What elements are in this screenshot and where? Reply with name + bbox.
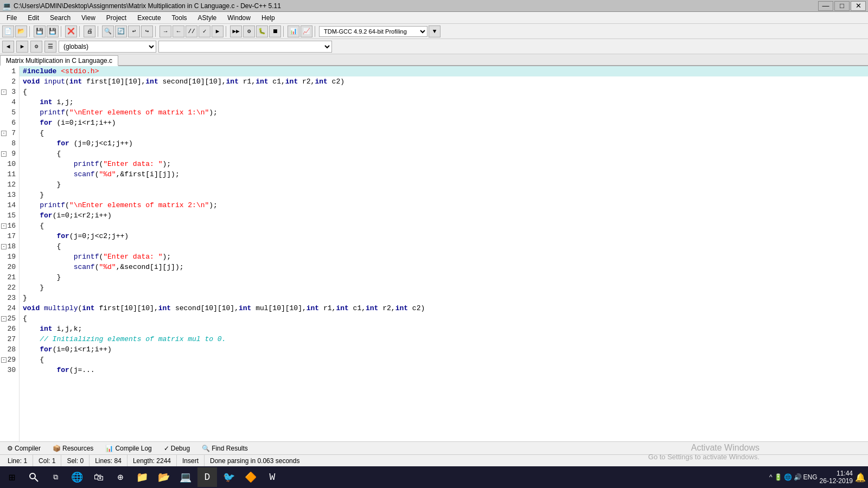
- run-compile-button[interactable]: ⚙: [243, 25, 255, 37]
- code-row-3[interactable]: {: [20, 87, 868, 97]
- stop-button[interactable]: ⏹: [269, 25, 281, 37]
- code-row-26[interactable]: int i,j,k;: [20, 324, 868, 334]
- redo-button[interactable]: ↪: [141, 25, 153, 37]
- code-row-21[interactable]: }: [20, 272, 868, 282]
- run-button[interactable]: ▶▶: [230, 25, 242, 37]
- code-row-18[interactable]: {: [20, 241, 868, 252]
- fold-icon-7[interactable]: -: [1, 131, 7, 136]
- forward-button[interactable]: ▶: [16, 41, 28, 53]
- explorer-icon[interactable]: 🌐: [67, 467, 87, 487]
- close-button[interactable]: ✕: [851, 1, 866, 11]
- code-row-16[interactable]: {: [20, 221, 868, 231]
- syntax-check-button[interactable]: ✓: [199, 25, 210, 37]
- save-button[interactable]: 💾: [34, 25, 46, 37]
- menu-item-execute[interactable]: Execute: [133, 13, 165, 23]
- vlc-icon[interactable]: 🔶: [241, 467, 260, 487]
- code-row-5[interactable]: printf("\nEnter elements of matrix 1:\n"…: [20, 107, 868, 118]
- code-row-9[interactable]: {: [20, 149, 868, 159]
- stats-button[interactable]: 📈: [301, 25, 312, 37]
- code-row-11[interactable]: scanf("%d",&first[i][j]);: [20, 169, 868, 179]
- code-row-19[interactable]: printf("Enter data: ");: [20, 252, 868, 262]
- menu-item-edit[interactable]: Edit: [23, 13, 43, 23]
- code-row-4[interactable]: int i,j;: [20, 97, 868, 107]
- bottom-tab-resources[interactable]: 📦Resources: [48, 443, 98, 454]
- class-view-button[interactable]: ⚙: [30, 41, 42, 53]
- indent-button[interactable]: →: [159, 25, 171, 37]
- devcpp-icon[interactable]: D: [197, 467, 217, 487]
- code-row-1[interactable]: #include <stdio.h>: [20, 66, 868, 76]
- notification-button[interactable]: 🔔: [855, 472, 866, 483]
- scope-select[interactable]: (globals): [59, 41, 156, 53]
- save-all-button[interactable]: 💾: [47, 25, 59, 37]
- files-icon[interactable]: 📂: [154, 467, 174, 487]
- minimize-button[interactable]: —: [818, 1, 833, 11]
- menu-item-view[interactable]: View: [77, 13, 100, 23]
- menu-item-help[interactable]: Help: [257, 13, 279, 23]
- search-button[interactable]: [24, 467, 43, 487]
- code-row-6[interactable]: for (i=0;i<r1;i++): [20, 118, 868, 128]
- compiler-dropdown-button[interactable]: ▼: [429, 25, 441, 37]
- fold-icon-9[interactable]: -: [1, 151, 7, 157]
- start-button[interactable]: ⊞: [2, 467, 22, 487]
- unindent-button[interactable]: ←: [173, 25, 184, 37]
- fold-icon-18[interactable]: -: [1, 244, 7, 249]
- code-row-20[interactable]: scanf("%d",&second[i][j]);: [20, 262, 868, 272]
- code-row-12[interactable]: }: [20, 179, 868, 190]
- code-row-7[interactable]: {: [20, 128, 868, 138]
- maximize-button[interactable]: □: [834, 1, 850, 11]
- folder-icon[interactable]: 📁: [132, 467, 152, 487]
- tab-main-file[interactable]: Matrix Multiplication in C Language.c: [0, 55, 118, 66]
- debug-button[interactable]: 🐛: [256, 25, 268, 37]
- code-row-2[interactable]: void input(int first[10][10],int second[…: [20, 76, 868, 87]
- back-button[interactable]: ◀: [2, 41, 14, 53]
- bottom-tab-find-results[interactable]: 🔍Find Results: [197, 443, 253, 454]
- print-button[interactable]: 🖨: [84, 25, 95, 37]
- function-select[interactable]: [158, 41, 332, 53]
- menu-item-astyle[interactable]: AStyle: [194, 13, 221, 23]
- menu-item-project[interactable]: Project: [102, 13, 131, 23]
- code-row-30[interactable]: for(j=...: [20, 365, 868, 375]
- code-editor[interactable]: 12-3456-78-9101112131415-1617-1819202122…: [0, 66, 868, 441]
- tray-expand[interactable]: ^: [769, 473, 773, 481]
- code-row-8[interactable]: for (j=0;j<c1;j++): [20, 138, 868, 149]
- compile-button[interactable]: ▶: [212, 25, 224, 37]
- code-row-14[interactable]: printf("\nEnter elements of matrix 2:\n"…: [20, 200, 868, 210]
- taskview-button[interactable]: ⧉: [46, 467, 65, 487]
- open-button[interactable]: 📂: [15, 25, 27, 37]
- code-content[interactable]: #include <stdio.h>void input(int first[1…: [20, 66, 868, 441]
- close-file-button[interactable]: ❌: [65, 25, 77, 37]
- undo-button[interactable]: ↩: [128, 25, 140, 37]
- putty-icon[interactable]: 💻: [176, 467, 195, 487]
- twitter-icon[interactable]: 🐦: [219, 467, 239, 487]
- fold-icon-16[interactable]: -: [1, 223, 7, 229]
- menu-item-tools[interactable]: Tools: [168, 13, 192, 23]
- menu-item-file[interactable]: File: [2, 13, 21, 23]
- code-row-10[interactable]: printf("Enter data: ");: [20, 159, 868, 169]
- bottom-tab-compiler[interactable]: ⚙Compiler: [2, 443, 46, 454]
- new-button[interactable]: 📄: [2, 25, 14, 37]
- code-row-29[interactable]: {: [20, 355, 868, 365]
- code-row-25[interactable]: {: [20, 313, 868, 324]
- code-row-28[interactable]: for(i=0;i<r1;i++): [20, 344, 868, 355]
- word-icon[interactable]: W: [263, 467, 282, 487]
- code-row-27[interactable]: // Initializing elements of matrix mul t…: [20, 334, 868, 344]
- code-row-23[interactable]: }: [20, 293, 868, 303]
- code-row-15[interactable]: for(i=0;i<r2;i++): [20, 210, 868, 221]
- code-row-17[interactable]: for(j=0;j<c2;j++): [20, 231, 868, 241]
- bottom-tab-compile-log[interactable]: 📊Compile Log: [100, 443, 156, 454]
- menu-item-window[interactable]: Window: [223, 13, 255, 23]
- chrome-icon[interactable]: ⊕: [111, 467, 130, 487]
- fold-icon-25[interactable]: -: [1, 316, 7, 322]
- code-row-22[interactable]: }: [20, 282, 868, 293]
- code-row-24[interactable]: void multiply(int first[10][10],int seco…: [20, 303, 868, 313]
- toggle-view-button[interactable]: ☰: [44, 41, 56, 53]
- profile-button[interactable]: 📊: [288, 25, 299, 37]
- toggle-comment-button[interactable]: //: [186, 25, 197, 37]
- fold-icon-29[interactable]: -: [1, 357, 7, 363]
- code-row-13[interactable]: }: [20, 190, 868, 200]
- fold-icon-3[interactable]: -: [1, 89, 7, 95]
- bottom-tab-debug[interactable]: ✓Debug: [159, 443, 195, 454]
- compiler-select[interactable]: TDM-GCC 4.9.2 64-bit Profiling: [319, 26, 427, 37]
- replace-button[interactable]: 🔄: [115, 25, 127, 37]
- menu-item-search[interactable]: Search: [46, 13, 75, 23]
